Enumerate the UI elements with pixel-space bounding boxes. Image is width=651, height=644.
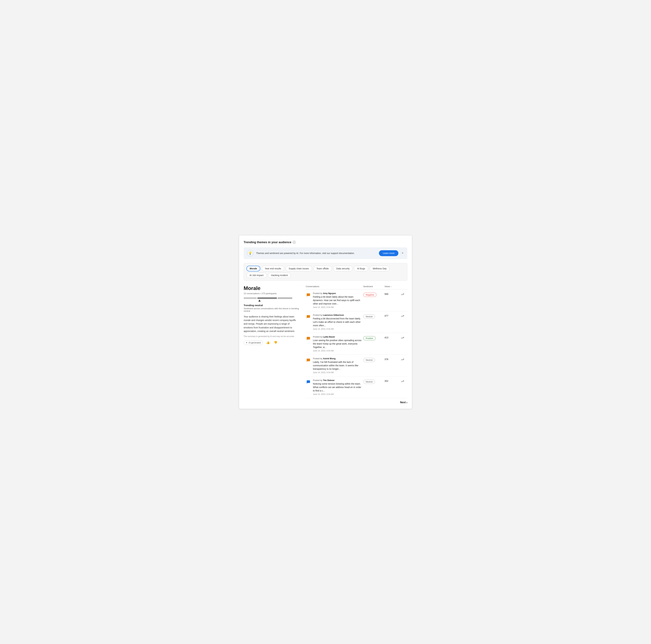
- sentiment-cell-0: Negative: [363, 292, 384, 297]
- theme-chip-morale[interactable]: Morale: [246, 266, 260, 271]
- conv-content-4: Posted by Tim Deboer Noticing some tensi…: [306, 379, 363, 395]
- main-content: Morale 15 conversations • 275 participan…: [244, 285, 407, 404]
- next-label: Next: [400, 401, 406, 404]
- conv-text-0: Posted by Amy Nguyen Feeling a bit down …: [313, 292, 363, 308]
- views-cell-2: 413: [384, 336, 401, 339]
- conv-text-1: Posted by Lawrence Gilbertson Feeling a …: [313, 314, 363, 330]
- banner-close-button[interactable]: ×: [401, 251, 404, 255]
- col-actions: [401, 285, 407, 288]
- views-cell-4: 352: [384, 379, 401, 382]
- trend-icon-4[interactable]: [401, 380, 404, 384]
- theme-meta: 15 conversations • 275 participants: [244, 292, 299, 295]
- conv-icon-4: [306, 379, 311, 385]
- sentiment-marker: [244, 300, 299, 302]
- sentiment-cell-1: Neutral: [363, 314, 384, 318]
- ai-footer: ✦ AI-generated 👍 👎: [244, 340, 299, 345]
- trend-icon-3[interactable]: [401, 358, 404, 362]
- page-title: Trending themes in your audience: [244, 241, 291, 244]
- action-cell-4: [401, 379, 407, 384]
- sparkle-icon: ✦: [246, 341, 248, 344]
- conv-author-1: Posted by Lawrence Gilbertson: [313, 314, 363, 316]
- next-button[interactable]: Next ›: [400, 401, 407, 404]
- conv-text-4: Posted by Tim Deboer Noticing some tensi…: [313, 379, 363, 395]
- bar-negative: [244, 297, 257, 299]
- conversations-list: Posted by Amy Nguyen Feeling a bit down …: [306, 289, 407, 398]
- trending-label: Trending neutral: [244, 304, 299, 307]
- conv-icon-3: [306, 358, 311, 363]
- views-cell-1: 477: [384, 314, 401, 317]
- sentiment-badge-2: Positive: [363, 336, 376, 340]
- action-cell-2: [401, 336, 407, 340]
- views-cell-3: 376: [384, 357, 401, 361]
- triangle-icon: [258, 300, 260, 302]
- theme-chip-hacking-incident[interactable]: Hacking incident: [268, 273, 291, 278]
- trend-icon-2[interactable]: [401, 336, 404, 340]
- ai-disclaimer: The summary is generated by AI and may n…: [244, 335, 299, 338]
- info-icon[interactable]: i: [293, 241, 296, 244]
- conv-author-3: Posted by Astrid Wong: [313, 357, 363, 360]
- conv-date-2: June 14, 2023, 9:34 AM: [313, 349, 363, 352]
- page-header: Trending themes in your audience i: [244, 241, 407, 244]
- main-container: Trending themes in your audience i 💡 The…: [239, 235, 412, 409]
- views-count-2: 413: [384, 336, 388, 339]
- theme-chip-year-end-results[interactable]: Year end results: [261, 266, 284, 271]
- conv-date-4: June 14, 2023, 9:34 AM: [313, 393, 363, 395]
- ai-banner: 💡 Themes and sentiment are powered by AI…: [244, 247, 407, 259]
- action-cell-1: [401, 314, 407, 318]
- sentiment-bar: [244, 297, 299, 299]
- table-row: Posted by Astrid Wong Lately, I've felt …: [306, 355, 407, 376]
- theme-chip-supply-chain-issues[interactable]: Supply chain issues: [286, 266, 312, 271]
- ai-badge-label: AI-generated: [249, 341, 261, 344]
- theme-chip-ai-job-impact[interactable]: AI Job Impact: [246, 273, 267, 278]
- col-sentiment: Sentiment: [363, 285, 384, 288]
- table-row: Posted by Amy Nguyen Feeling a bit down …: [306, 289, 407, 311]
- theme-chip-team-offsite[interactable]: Team offsite: [313, 266, 332, 271]
- thumbs-down-button[interactable]: 👎: [273, 340, 278, 345]
- ai-badge: ✦ AI-generated: [244, 340, 263, 345]
- sentiment-cell-3: Neutral: [363, 357, 384, 362]
- table-row: Posted by Lydia Bauer Love seeing the po…: [306, 333, 407, 355]
- lightbulb-icon: 💡: [248, 251, 252, 255]
- sentiment-badge-0: Negative: [363, 293, 376, 297]
- col-conversations: Conversations: [306, 285, 363, 288]
- col-views: Views ↓: [384, 285, 401, 288]
- action-cell-0: [401, 292, 407, 297]
- pagination-row: Next ›: [306, 398, 407, 404]
- conv-body-2: Love seeing the positive vibes spreading…: [313, 339, 363, 349]
- conv-icon-0: [306, 293, 311, 298]
- conv-text-3: Posted by Astrid Wong Lately, I've felt …: [313, 357, 363, 374]
- views-count-1: 477: [384, 314, 388, 317]
- learn-more-button[interactable]: Learn more: [379, 250, 399, 256]
- bar-neutral: [257, 297, 277, 299]
- bar-positive: [278, 297, 292, 299]
- sentiment-badge-3: Neutral: [363, 358, 375, 362]
- theme-chip-ai-bugs[interactable]: AI Bugs: [354, 266, 368, 271]
- conv-icon-2: [306, 336, 311, 341]
- table-header: Conversations Sentiment Views ↓: [306, 285, 407, 289]
- views-count-3: 376: [384, 358, 388, 361]
- trend-icon-0[interactable]: [401, 293, 404, 297]
- banner-icon: 💡: [247, 250, 253, 256]
- views-cell-0: 589: [384, 292, 401, 295]
- conv-content-1: Posted by Lawrence Gilbertson Feeling a …: [306, 314, 363, 330]
- theme-chip-wellness-day[interactable]: Wellness Day: [370, 266, 390, 271]
- left-panel: Morale 15 conversations • 275 participan…: [244, 285, 299, 404]
- theme-chip-data-security[interactable]: Data security: [333, 266, 353, 271]
- right-panel: Conversations Sentiment Views ↓ Posted b…: [306, 285, 407, 404]
- trending-sub: Sentiment across conversations with this…: [244, 307, 299, 312]
- action-cell-3: [401, 357, 407, 362]
- thumbs-up-button[interactable]: 👍: [266, 340, 271, 345]
- sentiment-badge-4: Neutral: [363, 380, 375, 384]
- table-row: Posted by Tim Deboer Noticing some tensi…: [306, 376, 407, 398]
- conv-author-4: Posted by Tim Deboer: [313, 379, 363, 381]
- table-row: Posted by Lawrence Gilbertson Feeling a …: [306, 311, 407, 333]
- sort-arrow-icon[interactable]: ↓: [391, 285, 392, 287]
- conv-date-1: June 14, 2023, 9:34 AM: [313, 328, 363, 330]
- conv-date-3: June 14, 2023, 9:34 AM: [313, 371, 363, 374]
- trend-icon-1[interactable]: [401, 314, 404, 318]
- sentiment-cell-2: Positive: [363, 336, 384, 340]
- conv-body-0: Feeling a bit down lately about the team…: [313, 295, 363, 306]
- selected-theme-name: Morale: [244, 285, 299, 291]
- conv-content-3: Posted by Astrid Wong Lately, I've felt …: [306, 357, 363, 374]
- conv-content-0: Posted by Amy Nguyen Feeling a bit down …: [306, 292, 363, 308]
